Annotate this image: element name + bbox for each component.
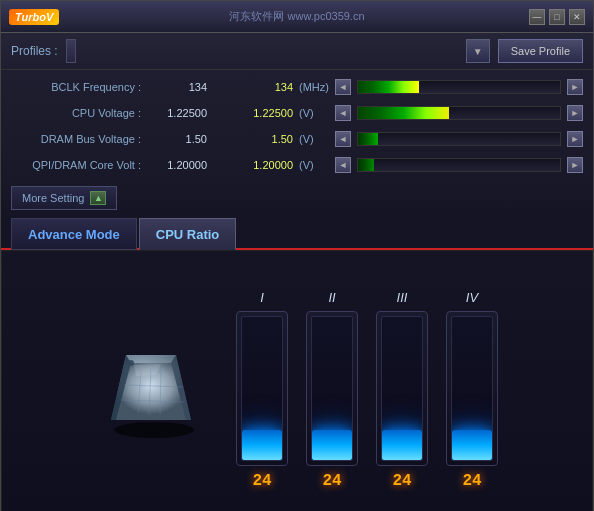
- cpu-voltage-slider-fill: [358, 107, 449, 119]
- qpi-slider-fill: [358, 159, 374, 171]
- bclk-slider-track[interactable]: [357, 80, 561, 94]
- more-setting-button[interactable]: More Setting ▲: [11, 186, 117, 210]
- profiles-bar: Profiles : ▼ Save Profile: [1, 33, 593, 70]
- qpi-slider-track[interactable]: [357, 158, 561, 172]
- core-bar-fill-2: [312, 430, 352, 460]
- bclk-read-value: 134: [147, 81, 207, 93]
- more-setting-bar: More Setting ▲: [1, 182, 593, 216]
- settings-area: BCLK Frequency : 134 134 (MHz) ◄ ► CPU V…: [1, 70, 593, 182]
- core-label-4: IV: [466, 290, 478, 305]
- core-bar-fill-3: [382, 430, 422, 460]
- dram-read-value: 1.50: [147, 133, 207, 145]
- cpu-voltage-slider-track[interactable]: [357, 106, 561, 120]
- core-label-1: I: [260, 290, 264, 305]
- svg-point-0: [114, 422, 194, 438]
- minimize-button[interactable]: —: [529, 9, 545, 25]
- core-value-2: 24: [322, 472, 341, 490]
- tab-advance-mode[interactable]: Advance Mode: [11, 218, 137, 250]
- profiles-select[interactable]: [66, 39, 76, 63]
- core-bar-inner-3: [381, 316, 423, 461]
- core-bar-inner-2: [311, 316, 353, 461]
- save-profile-button[interactable]: Save Profile: [498, 39, 583, 63]
- app-window: TurboV 河东软件网 www.pc0359.cn — □ ✕ Profile…: [0, 0, 594, 511]
- dram-decrease-button[interactable]: ◄: [335, 131, 351, 147]
- dram-label: DRAM Bus Voltage :: [11, 133, 141, 145]
- select-arrow-icon[interactable]: ▼: [466, 39, 490, 63]
- tabs-bar: Advance Mode CPU Ratio: [1, 216, 593, 250]
- cpu-chip-image: [96, 335, 206, 445]
- core-bar-container-2[interactable]: [306, 311, 358, 466]
- dram-edit-value[interactable]: 1.50: [213, 133, 293, 145]
- profiles-select-wrapper: ▼: [66, 39, 490, 63]
- core-bar-container-4[interactable]: [446, 311, 498, 466]
- profiles-label: Profiles :: [11, 44, 58, 58]
- qpi-read-value: 1.20000: [147, 159, 207, 171]
- bclk-decrease-button[interactable]: ◄: [335, 79, 351, 95]
- dram-unit: (V): [299, 133, 329, 145]
- bclk-increase-button[interactable]: ►: [567, 79, 583, 95]
- tab-advance-label: Advance Mode: [28, 227, 120, 242]
- core-column-3: III 24: [376, 290, 428, 490]
- qpi-edit-value[interactable]: 1.20000: [213, 159, 293, 171]
- core-bar-fill-1: [242, 430, 282, 460]
- core-column-2: II 24: [306, 290, 358, 490]
- core-label-2: II: [328, 290, 335, 305]
- qpi-increase-button[interactable]: ►: [567, 157, 583, 173]
- core-label-3: III: [397, 290, 408, 305]
- svg-point-11: [128, 360, 134, 366]
- bclk-setting-row: BCLK Frequency : 134 134 (MHz) ◄ ►: [11, 74, 583, 100]
- tab-cpu-ratio[interactable]: CPU Ratio: [139, 218, 237, 250]
- cpu-voltage-edit-value[interactable]: 1.22500: [213, 107, 293, 119]
- cores-container: I 24 II 24 III: [236, 290, 498, 490]
- core-value-1: 24: [252, 472, 271, 490]
- qpi-unit: (V): [299, 159, 329, 171]
- core-column-1: I 24: [236, 290, 288, 490]
- title-bar: TurboV 河东软件网 www.pc0359.cn — □ ✕: [1, 1, 593, 33]
- core-value-3: 24: [392, 472, 411, 490]
- bclk-label: BCLK Frequency :: [11, 81, 141, 93]
- core-bar-inner-1: [241, 316, 283, 461]
- close-button[interactable]: ✕: [569, 9, 585, 25]
- core-bar-fill-4: [452, 430, 492, 460]
- core-bar-container-1[interactable]: [236, 311, 288, 466]
- app-logo: TurboV: [9, 9, 59, 25]
- core-value-4: 24: [462, 472, 481, 490]
- title-bar-controls: — □ ✕: [529, 9, 585, 25]
- cpu-voltage-setting-row: CPU Voltage : 1.22500 1.22500 (V) ◄ ►: [11, 100, 583, 126]
- cpu-voltage-decrease-button[interactable]: ◄: [335, 105, 351, 121]
- core-bar-inner-4: [451, 316, 493, 461]
- bclk-unit: (MHz): [299, 81, 329, 93]
- more-setting-arrow-icon: ▲: [90, 191, 106, 205]
- watermark-text: 河东软件网 www.pc0359.cn: [229, 9, 364, 24]
- qpi-label: QPI/DRAM Core Volt :: [11, 159, 141, 171]
- qpi-setting-row: QPI/DRAM Core Volt : 1.20000 1.20000 (V)…: [11, 152, 583, 178]
- bclk-edit-value[interactable]: 134: [213, 81, 293, 93]
- more-setting-label: More Setting: [22, 192, 84, 204]
- cpu-chip-svg: [96, 335, 206, 445]
- cpu-voltage-label: CPU Voltage :: [11, 107, 141, 119]
- qpi-decrease-button[interactable]: ◄: [335, 157, 351, 173]
- cpu-voltage-unit: (V): [299, 107, 329, 119]
- cpu-ratio-panel: I 24 II 24 III: [1, 250, 593, 511]
- maximize-button[interactable]: □: [549, 9, 565, 25]
- bclk-slider-fill: [358, 81, 419, 93]
- tab-cpu-ratio-label: CPU Ratio: [156, 227, 220, 242]
- cpu-voltage-read-value: 1.22500: [147, 107, 207, 119]
- core-column-4: IV 24: [446, 290, 498, 490]
- dram-slider-track[interactable]: [357, 132, 561, 146]
- dram-increase-button[interactable]: ►: [567, 131, 583, 147]
- turbo-logo-text: TurboV: [9, 9, 59, 25]
- cpu-voltage-increase-button[interactable]: ►: [567, 105, 583, 121]
- dram-setting-row: DRAM Bus Voltage : 1.50 1.50 (V) ◄ ►: [11, 126, 583, 152]
- core-bar-container-3[interactable]: [376, 311, 428, 466]
- dram-slider-fill: [358, 133, 378, 145]
